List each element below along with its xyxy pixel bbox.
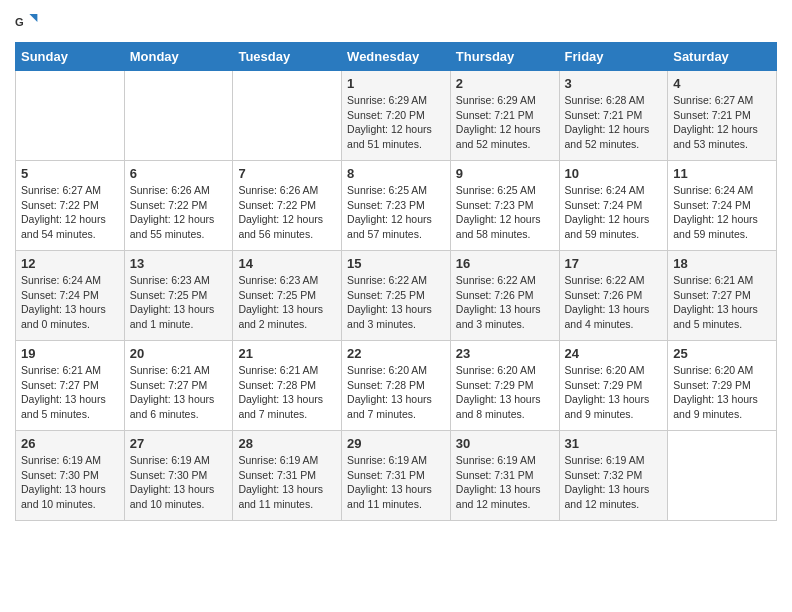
calendar-cell: 16Sunrise: 6:22 AMSunset: 7:26 PMDayligh… bbox=[450, 251, 559, 341]
day-info: Sunrise: 6:22 AMSunset: 7:26 PMDaylight:… bbox=[565, 273, 663, 332]
day-info: Sunrise: 6:24 AMSunset: 7:24 PMDaylight:… bbox=[673, 183, 771, 242]
calendar-cell: 10Sunrise: 6:24 AMSunset: 7:24 PMDayligh… bbox=[559, 161, 668, 251]
calendar-cell: 2Sunrise: 6:29 AMSunset: 7:21 PMDaylight… bbox=[450, 71, 559, 161]
day-number: 9 bbox=[456, 166, 554, 181]
calendar-cell: 4Sunrise: 6:27 AMSunset: 7:21 PMDaylight… bbox=[668, 71, 777, 161]
day-number: 10 bbox=[565, 166, 663, 181]
calendar-cell: 22Sunrise: 6:20 AMSunset: 7:28 PMDayligh… bbox=[342, 341, 451, 431]
calendar-cell: 19Sunrise: 6:21 AMSunset: 7:27 PMDayligh… bbox=[16, 341, 125, 431]
day-info: Sunrise: 6:20 AMSunset: 7:28 PMDaylight:… bbox=[347, 363, 445, 422]
day-number: 31 bbox=[565, 436, 663, 451]
calendar-cell: 31Sunrise: 6:19 AMSunset: 7:32 PMDayligh… bbox=[559, 431, 668, 521]
calendar-cell: 18Sunrise: 6:21 AMSunset: 7:27 PMDayligh… bbox=[668, 251, 777, 341]
calendar-cell: 15Sunrise: 6:22 AMSunset: 7:25 PMDayligh… bbox=[342, 251, 451, 341]
day-info: Sunrise: 6:24 AMSunset: 7:24 PMDaylight:… bbox=[21, 273, 119, 332]
calendar-cell bbox=[668, 431, 777, 521]
col-header-saturday: Saturday bbox=[668, 43, 777, 71]
week-row-4: 19Sunrise: 6:21 AMSunset: 7:27 PMDayligh… bbox=[16, 341, 777, 431]
calendar-cell: 5Sunrise: 6:27 AMSunset: 7:22 PMDaylight… bbox=[16, 161, 125, 251]
day-number: 3 bbox=[565, 76, 663, 91]
day-number: 21 bbox=[238, 346, 336, 361]
day-number: 24 bbox=[565, 346, 663, 361]
day-number: 6 bbox=[130, 166, 228, 181]
day-info: Sunrise: 6:27 AMSunset: 7:22 PMDaylight:… bbox=[21, 183, 119, 242]
day-number: 28 bbox=[238, 436, 336, 451]
day-info: Sunrise: 6:20 AMSunset: 7:29 PMDaylight:… bbox=[456, 363, 554, 422]
day-number: 25 bbox=[673, 346, 771, 361]
day-number: 4 bbox=[673, 76, 771, 91]
logo: G bbox=[15, 10, 43, 34]
calendar-cell: 21Sunrise: 6:21 AMSunset: 7:28 PMDayligh… bbox=[233, 341, 342, 431]
day-info: Sunrise: 6:29 AMSunset: 7:20 PMDaylight:… bbox=[347, 93, 445, 152]
calendar-cell: 1Sunrise: 6:29 AMSunset: 7:20 PMDaylight… bbox=[342, 71, 451, 161]
calendar-cell bbox=[124, 71, 233, 161]
week-row-3: 12Sunrise: 6:24 AMSunset: 7:24 PMDayligh… bbox=[16, 251, 777, 341]
day-info: Sunrise: 6:26 AMSunset: 7:22 PMDaylight:… bbox=[238, 183, 336, 242]
day-info: Sunrise: 6:19 AMSunset: 7:31 PMDaylight:… bbox=[347, 453, 445, 512]
day-number: 22 bbox=[347, 346, 445, 361]
calendar-cell: 3Sunrise: 6:28 AMSunset: 7:21 PMDaylight… bbox=[559, 71, 668, 161]
day-info: Sunrise: 6:21 AMSunset: 7:27 PMDaylight:… bbox=[673, 273, 771, 332]
calendar-cell: 27Sunrise: 6:19 AMSunset: 7:30 PMDayligh… bbox=[124, 431, 233, 521]
svg-text:G: G bbox=[15, 16, 24, 28]
day-number: 29 bbox=[347, 436, 445, 451]
day-number: 19 bbox=[21, 346, 119, 361]
calendar-cell: 25Sunrise: 6:20 AMSunset: 7:29 PMDayligh… bbox=[668, 341, 777, 431]
day-info: Sunrise: 6:21 AMSunset: 7:28 PMDaylight:… bbox=[238, 363, 336, 422]
calendar-cell: 8Sunrise: 6:25 AMSunset: 7:23 PMDaylight… bbox=[342, 161, 451, 251]
calendar-cell: 7Sunrise: 6:26 AMSunset: 7:22 PMDaylight… bbox=[233, 161, 342, 251]
logo-icon: G bbox=[15, 10, 39, 34]
day-number: 8 bbox=[347, 166, 445, 181]
day-info: Sunrise: 6:28 AMSunset: 7:21 PMDaylight:… bbox=[565, 93, 663, 152]
day-number: 1 bbox=[347, 76, 445, 91]
calendar-cell: 28Sunrise: 6:19 AMSunset: 7:31 PMDayligh… bbox=[233, 431, 342, 521]
day-info: Sunrise: 6:26 AMSunset: 7:22 PMDaylight:… bbox=[130, 183, 228, 242]
day-number: 27 bbox=[130, 436, 228, 451]
day-info: Sunrise: 6:23 AMSunset: 7:25 PMDaylight:… bbox=[238, 273, 336, 332]
day-number: 5 bbox=[21, 166, 119, 181]
col-header-wednesday: Wednesday bbox=[342, 43, 451, 71]
calendar-cell bbox=[16, 71, 125, 161]
day-number: 23 bbox=[456, 346, 554, 361]
calendar-cell: 26Sunrise: 6:19 AMSunset: 7:30 PMDayligh… bbox=[16, 431, 125, 521]
day-number: 2 bbox=[456, 76, 554, 91]
calendar-cell: 20Sunrise: 6:21 AMSunset: 7:27 PMDayligh… bbox=[124, 341, 233, 431]
day-info: Sunrise: 6:19 AMSunset: 7:30 PMDaylight:… bbox=[130, 453, 228, 512]
calendar-cell: 24Sunrise: 6:20 AMSunset: 7:29 PMDayligh… bbox=[559, 341, 668, 431]
day-info: Sunrise: 6:20 AMSunset: 7:29 PMDaylight:… bbox=[565, 363, 663, 422]
day-info: Sunrise: 6:21 AMSunset: 7:27 PMDaylight:… bbox=[130, 363, 228, 422]
calendar-cell: 29Sunrise: 6:19 AMSunset: 7:31 PMDayligh… bbox=[342, 431, 451, 521]
header: G bbox=[15, 10, 777, 34]
calendar-table: SundayMondayTuesdayWednesdayThursdayFrid… bbox=[15, 42, 777, 521]
day-info: Sunrise: 6:19 AMSunset: 7:30 PMDaylight:… bbox=[21, 453, 119, 512]
day-number: 16 bbox=[456, 256, 554, 271]
day-number: 11 bbox=[673, 166, 771, 181]
day-info: Sunrise: 6:25 AMSunset: 7:23 PMDaylight:… bbox=[347, 183, 445, 242]
header-row: SundayMondayTuesdayWednesdayThursdayFrid… bbox=[16, 43, 777, 71]
day-number: 15 bbox=[347, 256, 445, 271]
calendar-cell: 13Sunrise: 6:23 AMSunset: 7:25 PMDayligh… bbox=[124, 251, 233, 341]
col-header-tuesday: Tuesday bbox=[233, 43, 342, 71]
col-header-thursday: Thursday bbox=[450, 43, 559, 71]
calendar-cell: 23Sunrise: 6:20 AMSunset: 7:29 PMDayligh… bbox=[450, 341, 559, 431]
calendar-cell: 17Sunrise: 6:22 AMSunset: 7:26 PMDayligh… bbox=[559, 251, 668, 341]
day-info: Sunrise: 6:19 AMSunset: 7:31 PMDaylight:… bbox=[456, 453, 554, 512]
col-header-friday: Friday bbox=[559, 43, 668, 71]
day-info: Sunrise: 6:22 AMSunset: 7:25 PMDaylight:… bbox=[347, 273, 445, 332]
calendar-cell: 12Sunrise: 6:24 AMSunset: 7:24 PMDayligh… bbox=[16, 251, 125, 341]
calendar-cell: 14Sunrise: 6:23 AMSunset: 7:25 PMDayligh… bbox=[233, 251, 342, 341]
week-row-2: 5Sunrise: 6:27 AMSunset: 7:22 PMDaylight… bbox=[16, 161, 777, 251]
day-info: Sunrise: 6:20 AMSunset: 7:29 PMDaylight:… bbox=[673, 363, 771, 422]
day-info: Sunrise: 6:25 AMSunset: 7:23 PMDaylight:… bbox=[456, 183, 554, 242]
day-info: Sunrise: 6:29 AMSunset: 7:21 PMDaylight:… bbox=[456, 93, 554, 152]
day-info: Sunrise: 6:19 AMSunset: 7:31 PMDaylight:… bbox=[238, 453, 336, 512]
day-number: 14 bbox=[238, 256, 336, 271]
day-number: 13 bbox=[130, 256, 228, 271]
week-row-5: 26Sunrise: 6:19 AMSunset: 7:30 PMDayligh… bbox=[16, 431, 777, 521]
calendar-cell: 30Sunrise: 6:19 AMSunset: 7:31 PMDayligh… bbox=[450, 431, 559, 521]
calendar-cell: 6Sunrise: 6:26 AMSunset: 7:22 PMDaylight… bbox=[124, 161, 233, 251]
day-number: 12 bbox=[21, 256, 119, 271]
week-row-1: 1Sunrise: 6:29 AMSunset: 7:20 PMDaylight… bbox=[16, 71, 777, 161]
day-info: Sunrise: 6:23 AMSunset: 7:25 PMDaylight:… bbox=[130, 273, 228, 332]
day-number: 20 bbox=[130, 346, 228, 361]
